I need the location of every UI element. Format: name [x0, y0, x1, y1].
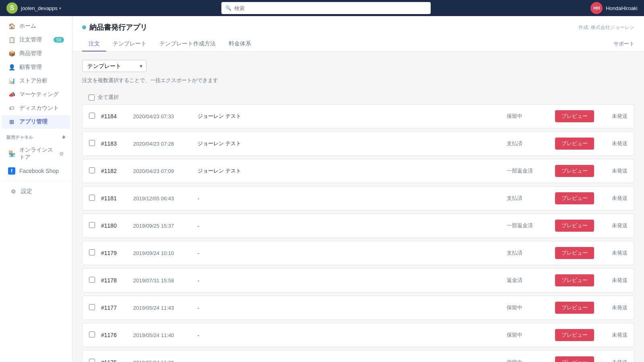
- channel-label-online-store: オンラインストア: [19, 146, 55, 161]
- badge-orders: 59: [54, 37, 64, 43]
- sidebar-item-facebook-shop[interactable]: f Facebook Shop: [2, 164, 70, 178]
- sidebar-label-products: 商品管理: [19, 50, 42, 57]
- table-row: #1180 2019/09/25 15:37 - 一部返金済 プレビュー 未発送: [82, 214, 634, 238]
- tab-pricing[interactable]: 料金体系: [222, 37, 258, 51]
- table-row: #1184 2020/04/23 07:33 ジョーレン テスト 保留中 プレビ…: [82, 104, 634, 128]
- topbar-search: 🔍: [221, 2, 431, 14]
- table-row: #1179 2019/09/24 10:10 - 支払済 プレビュー 未発送: [82, 241, 634, 265]
- row-checkbox[interactable]: [89, 249, 95, 255]
- row-checkbox-wrap: [89, 113, 101, 120]
- tab-template-create[interactable]: テンプレート作成方法: [153, 37, 222, 51]
- row-checkbox-wrap: [89, 167, 101, 175]
- row-checkbox[interactable]: [89, 195, 95, 201]
- order-preview-col: プレビュー: [555, 220, 595, 232]
- row-checkbox[interactable]: [89, 222, 95, 228]
- order-send-status: 未発送: [595, 195, 627, 202]
- order-preview-col: プレビュー: [555, 110, 595, 122]
- order-id: #1184: [101, 113, 133, 119]
- table-row: #1183 2020/04/23 07:28 ジョーレン テスト 支払済 プレビ…: [82, 132, 634, 156]
- row-checkbox[interactable]: [89, 359, 95, 362]
- order-status: 返金済: [507, 277, 555, 284]
- order-date: 2019/05/24 11:43: [133, 305, 198, 311]
- shopify-logo: S: [6, 2, 18, 14]
- order-customer: -: [198, 332, 507, 338]
- app-title: 納品書発行アプリ: [82, 23, 147, 32]
- order-customer: -: [198, 195, 507, 202]
- order-date: 2019/09/24 10:10: [133, 250, 198, 256]
- tab-support[interactable]: サポート: [613, 37, 634, 51]
- sidebar-label-apps: アプリ管理: [19, 118, 47, 125]
- sidebar-item-apps[interactable]: ⊞ アプリ管理: [2, 115, 70, 129]
- sidebar-footer: ⚙ 設定: [0, 181, 72, 202]
- tab-orders[interactable]: 注文: [82, 37, 106, 51]
- order-id: #1175: [101, 359, 133, 362]
- row-checkbox[interactable]: [89, 304, 95, 310]
- order-status: 保留中: [507, 331, 555, 339]
- sidebar-item-marketing[interactable]: 📣 マーケティング: [2, 88, 70, 101]
- search-icon: 🔍: [225, 5, 231, 11]
- row-checkbox[interactable]: [89, 167, 95, 173]
- order-date: 2019/07/31 15:58: [133, 278, 198, 284]
- order-preview-col: プレビュー: [555, 356, 595, 362]
- table-row: #1181 2019/12/05 06:43 - 支払済 プレビュー 未発送: [82, 186, 634, 210]
- order-id: #1182: [101, 168, 133, 174]
- preview-button[interactable]: プレビュー: [555, 138, 594, 150]
- sidebar: 🏠 ホーム 📋 注文管理 59 📦 商品管理 👤 顧客管理 📊 ストア分析 📣 …: [0, 16, 72, 362]
- select-all-row: 全て選択: [82, 90, 634, 104]
- customers-icon: 👤: [8, 64, 15, 71]
- template-select[interactable]: テンプレート: [82, 60, 147, 72]
- add-channel-icon[interactable]: +: [62, 134, 66, 141]
- row-checkbox[interactable]: [89, 113, 95, 119]
- channel-settings-icon[interactable]: ⚙: [59, 151, 64, 157]
- topbar-right: HH HondaHiroaki: [590, 2, 638, 14]
- order-id: #1178: [101, 277, 133, 284]
- row-checkbox[interactable]: [89, 140, 95, 146]
- order-date: 2020/04/23 07:28: [133, 141, 198, 147]
- order-customer: ジョーレン テスト: [198, 113, 507, 120]
- preview-button[interactable]: プレビュー: [555, 247, 594, 259]
- order-customer: -: [198, 250, 507, 256]
- order-status: 支払済: [507, 195, 555, 202]
- order-preview-col: プレビュー: [555, 192, 595, 204]
- preview-button[interactable]: プレビュー: [555, 274, 594, 286]
- preview-button[interactable]: プレビュー: [555, 192, 594, 204]
- sidebar-label-home: ホーム: [19, 23, 36, 30]
- row-checkbox-wrap: [89, 331, 101, 339]
- sidebar-item-analytics[interactable]: 📊 ストア分析: [2, 74, 70, 88]
- tab-template[interactable]: テンプレート: [106, 37, 153, 51]
- row-checkbox-wrap: [89, 249, 101, 257]
- sidebar-label-analytics: ストア分析: [19, 77, 47, 84]
- sales-channels-label: 販売チャネル: [6, 134, 33, 140]
- topbar-left: S joolen_devapps ▾: [6, 2, 61, 14]
- row-checkbox[interactable]: [89, 277, 95, 283]
- sidebar-item-discounts[interactable]: 🏷 ディスカウント: [2, 101, 70, 115]
- sidebar-item-settings[interactable]: ⚙ 設定: [3, 185, 69, 198]
- preview-button[interactable]: プレビュー: [555, 110, 594, 122]
- sidebar-item-online-store[interactable]: 🏪 オンラインストア ⚙: [2, 143, 70, 164]
- select-all-checkbox[interactable]: [89, 95, 95, 101]
- row-checkbox[interactable]: [89, 331, 95, 337]
- sidebar-item-orders[interactable]: 📋 注文管理 59: [2, 33, 70, 47]
- orders-list: #1184 2020/04/23 07:33 ジョーレン テスト 保留中 プレビ…: [82, 104, 634, 362]
- sidebar-label-discounts: ディスカウント: [19, 105, 59, 112]
- order-id: #1180: [101, 222, 133, 229]
- order-id: #1176: [101, 332, 133, 338]
- order-send-status: 未発送: [595, 140, 627, 147]
- order-date: 2019/05/24 11:40: [133, 332, 198, 338]
- sidebar-item-home[interactable]: 🏠 ホーム: [2, 19, 70, 33]
- preview-button[interactable]: プレビュー: [555, 329, 594, 341]
- order-preview-col: プレビュー: [555, 247, 595, 259]
- preview-button[interactable]: プレビュー: [555, 220, 594, 232]
- search-input[interactable]: [221, 2, 431, 14]
- discounts-icon: 🏷: [8, 105, 15, 112]
- sidebar-item-products[interactable]: 📦 商品管理: [2, 47, 70, 60]
- preview-button[interactable]: プレビュー: [555, 302, 594, 314]
- order-send-status: 未発送: [595, 249, 627, 257]
- sidebar-item-customers[interactable]: 👤 顧客管理: [2, 60, 70, 74]
- settings-label: 設定: [21, 188, 32, 195]
- preview-button[interactable]: プレビュー: [555, 165, 594, 177]
- order-status: 保留中: [507, 359, 555, 362]
- preview-button[interactable]: プレビュー: [555, 356, 594, 362]
- main-content: 納品書発行アプリ 作成: 株式会社ジョーレン 注文テンプレートテンプレート作成方…: [72, 16, 644, 362]
- store-selector[interactable]: joolen_devapps ▾: [21, 5, 61, 11]
